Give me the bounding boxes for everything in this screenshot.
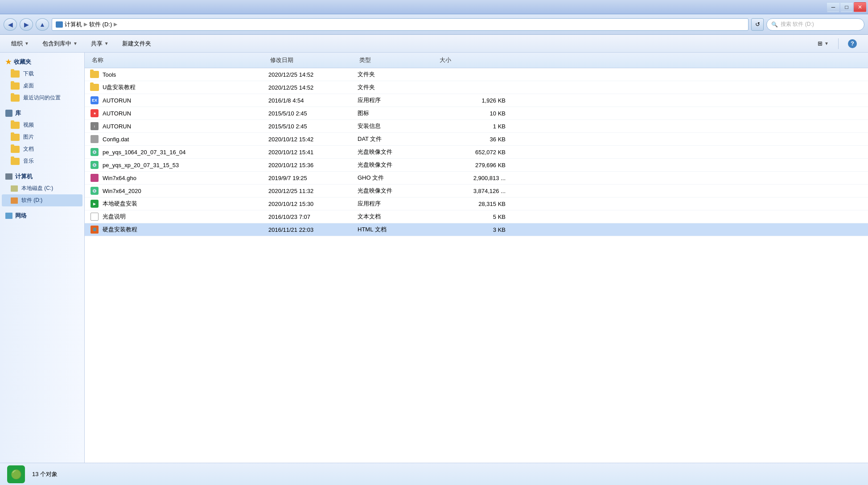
download-folder-icon (11, 70, 20, 78)
table-row[interactable]: Config.dat 2020/10/12 15:42 DAT 文件 36 KB (85, 133, 868, 146)
iso-icon: 💿 (91, 148, 99, 156)
file-name-cell: U盘安装教程 (90, 83, 268, 92)
file-name: 硬盘安装教程 (103, 226, 137, 234)
file-name-cell: i AUTORUN (90, 122, 268, 131)
main-area: ★ 收藏夹 下载 桌面 最近访问的位置 库 视频 (0, 53, 868, 463)
close-button[interactable]: ✕ (854, 2, 866, 12)
help-button[interactable]: ? (842, 37, 863, 50)
computer-header[interactable]: 计算机 (2, 171, 82, 182)
filelist-header: 名称 修改日期 类型 大小 (85, 53, 868, 68)
table-row[interactable]: 光盘说明 2016/10/23 7:07 文本文档 5 KB (85, 210, 868, 223)
sidebar-item-disk-d[interactable]: 软件 (D:) (2, 194, 82, 206)
back-button[interactable]: ◀ (4, 18, 17, 31)
file-size: 279,696 KB (438, 162, 509, 169)
file-name-cell: Config.dat (90, 135, 268, 144)
table-row[interactable]: U盘安装教程 2020/12/25 14:52 文件夹 (85, 81, 868, 94)
status-count: 13 个对象 (32, 470, 58, 478)
table-row[interactable]: 💿 Win7x64_2020 2020/12/25 11:32 光盘映像文件 3… (85, 185, 868, 197)
file-icon-container (90, 83, 99, 92)
disk-d-label: 软件 (D:) (21, 197, 42, 204)
organize-button[interactable]: 组织 ▼ (5, 37, 35, 50)
favorites-header[interactable]: ★ 收藏夹 (2, 56, 82, 68)
file-type: 应用程序 (358, 96, 438, 104)
titlebar: ─ □ ✕ (0, 0, 868, 14)
toolbar-separator (838, 38, 839, 49)
file-name-cell: 💿 pe_yqs_1064_20_07_31_16_04 (90, 148, 268, 156)
file-type: 文本文档 (358, 213, 438, 221)
desktop-folder-icon (11, 82, 20, 90)
sidebar-item-desktop[interactable]: 桌面 (2, 80, 82, 92)
file-name: Win7x64.gho (103, 175, 136, 181)
file-name: 本地硬盘安装 (103, 200, 137, 208)
folder-icon (90, 71, 99, 78)
file-modified: 2020/10/12 15:30 (268, 201, 358, 207)
search-bar[interactable]: 🔍 搜索 软件 (D:) (766, 18, 864, 31)
sidebar-item-download[interactable]: 下载 (2, 68, 82, 80)
table-row[interactable]: 🌐 硬盘安装教程 2016/11/21 22:03 HTML 文档 3 KB (85, 223, 868, 236)
col-size-header[interactable]: 大小 (438, 55, 509, 65)
table-row[interactable]: 💿 pe_yqs_1064_20_07_31_16_04 2020/10/12 … (85, 146, 868, 159)
statusbar: 🟢 13 个对象 (0, 463, 868, 485)
sidebar-item-image[interactable]: 图片 (2, 131, 82, 143)
file-type: DAT 文件 (358, 135, 438, 143)
file-icon-container: i (90, 122, 99, 131)
breadcrumb-disk[interactable]: 软件 (D:) (89, 21, 112, 29)
network-header[interactable]: 网络 (2, 210, 82, 222)
sidebar: ★ 收藏夹 下载 桌面 最近访问的位置 库 视频 (0, 53, 85, 463)
table-row[interactable]: Tools 2020/12/25 14:52 文件夹 (85, 68, 868, 81)
sidebar-item-disk-c[interactable]: 本地磁盘 (C:) (2, 182, 82, 194)
file-size: 1 KB (438, 123, 509, 130)
sidebar-item-doc[interactable]: 文档 (2, 143, 82, 155)
file-type: 安装信息 (358, 122, 438, 130)
include-library-button[interactable]: 包含到库中 ▼ (37, 37, 83, 50)
sidebar-item-recent[interactable]: 最近访问的位置 (2, 92, 82, 104)
file-type: 光盘映像文件 (358, 161, 438, 169)
include-label: 包含到库中 (42, 40, 71, 48)
new-folder-button[interactable]: 新建文件夹 (116, 37, 157, 50)
up-button[interactable]: ▲ (36, 18, 49, 31)
image-folder-icon (11, 134, 20, 141)
view-button[interactable]: ⊞ ▼ (812, 37, 835, 50)
table-row[interactable]: i AUTORUN 2015/5/10 2:45 安装信息 1 KB (85, 120, 868, 133)
search-icon: 🔍 (771, 21, 778, 28)
recent-label: 最近访问的位置 (23, 94, 61, 102)
col-name-header[interactable]: 名称 (90, 55, 268, 65)
file-type: 光盘映像文件 (358, 148, 438, 156)
sidebar-item-video[interactable]: 视频 (2, 119, 82, 131)
gho-icon (91, 174, 99, 182)
file-name-cell: Win7x64.gho (90, 173, 268, 182)
col-type-header[interactable]: 类型 (358, 55, 438, 65)
library-section: 库 视频 图片 文档 音乐 (2, 107, 82, 167)
table-row[interactable]: ▶ 本地硬盘安装 2020/10/12 15:30 应用程序 28,315 KB (85, 197, 868, 210)
col-modified-header[interactable]: 修改日期 (268, 55, 358, 65)
dat-icon (91, 135, 99, 143)
iso-icon: 💿 (91, 187, 99, 195)
file-icon-container: 💿 (90, 186, 99, 195)
library-header[interactable]: 库 (2, 107, 82, 119)
file-name: Config.dat (103, 136, 129, 143)
table-row[interactable]: 💿 pe_yqs_xp_20_07_31_15_53 2020/10/12 15… (85, 159, 868, 172)
table-row[interactable]: EX AUTORUN 2016/1/8 4:54 应用程序 1,926 KB (85, 94, 868, 107)
table-row[interactable]: Win7x64.gho 2019/9/7 19:25 GHO 文件 2,900,… (85, 172, 868, 185)
file-modified: 2020/12/25 14:52 (268, 71, 358, 78)
share-button[interactable]: 共享 ▼ (85, 37, 115, 50)
sidebar-item-music[interactable]: 音乐 (2, 155, 82, 167)
breadcrumb-computer[interactable]: 计算机 (65, 21, 82, 29)
file-icon-container (90, 173, 99, 182)
network-label: 网络 (15, 212, 27, 220)
library-icon (5, 110, 12, 117)
table-row[interactable]: ★ AUTORUN 2015/5/10 2:45 图标 10 KB (85, 107, 868, 120)
refresh-button[interactable]: ↺ (751, 18, 764, 31)
app-icon: ▶ (91, 200, 99, 208)
computer-label: 计算机 (15, 173, 33, 181)
doc-folder-icon (11, 146, 20, 153)
maximize-button[interactable]: □ (840, 2, 853, 12)
favorites-icon: ★ (5, 58, 11, 66)
iso-icon: 💿 (91, 161, 99, 169)
breadcrumb[interactable]: 计算机 ▶ 软件 (D:) ▶ (52, 18, 749, 31)
forward-button[interactable]: ▶ (20, 18, 33, 31)
minimize-button[interactable]: ─ (827, 2, 839, 12)
file-icon-container: 💿 (90, 160, 99, 169)
file-icon-container: 💿 (90, 148, 99, 156)
new-folder-label: 新建文件夹 (122, 40, 151, 48)
